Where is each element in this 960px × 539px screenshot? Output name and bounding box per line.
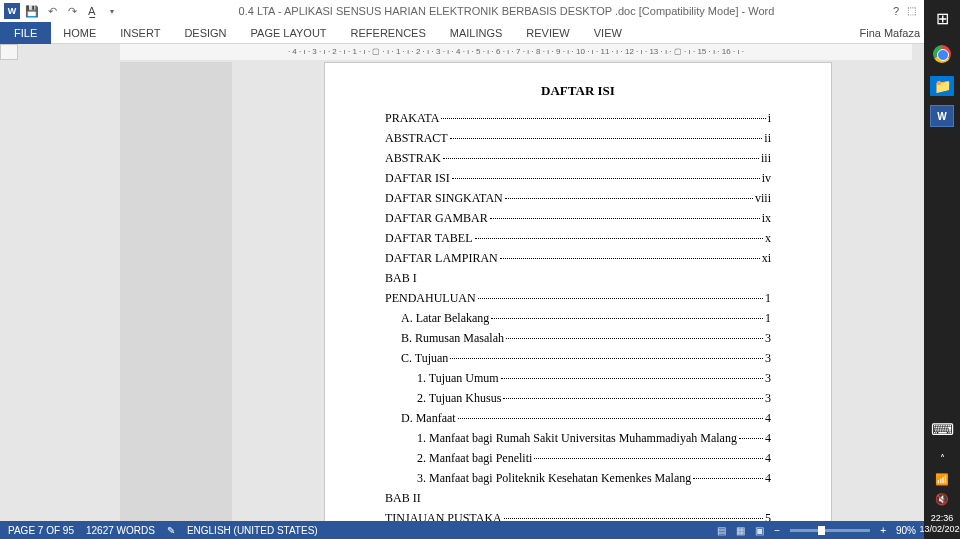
tab-design[interactable]: DESIGN <box>172 22 238 44</box>
keyboard-icon[interactable]: ⌨ <box>926 413 958 445</box>
toc-dots <box>491 309 763 319</box>
toc-line: 3. Manfaat bagi Politeknik Kesehatan Kem… <box>385 471 771 486</box>
toc-dots <box>504 509 763 519</box>
toc-dots <box>506 329 763 339</box>
toc-dots <box>490 209 760 219</box>
toc-page: 4 <box>765 451 771 466</box>
tab-references[interactable]: REFERENCES <box>339 22 438 44</box>
window-title: 0.4 LTA - APLIKASI SENSUS HARIAN ELEKTRO… <box>120 5 893 17</box>
toc-text: ABSTRACT <box>385 131 448 146</box>
toc-line: DAFTAR TABELx <box>385 231 771 246</box>
toc-line: DAFTAR GAMBARix <box>385 211 771 226</box>
toc-text: 1. Tujuan Umum <box>417 371 499 386</box>
toc-line: 2. Tujuan Khusus3 <box>385 391 771 406</box>
toc-page: 3 <box>765 391 771 406</box>
toc-page: 5 <box>765 511 771 521</box>
undo-icon[interactable]: ↶ <box>44 3 60 19</box>
table-of-contents: PRAKATAiABSTRACTiiABSTRAKiiiDAFTAR ISIiv… <box>385 111 771 521</box>
horizontal-ruler[interactable]: · 4 · ı · 3 · ı · 2 · ı · 1 · ı · ▢ · ı … <box>120 44 912 60</box>
tab-review[interactable]: REVIEW <box>514 22 581 44</box>
wifi-icon[interactable]: 📶 <box>926 471 958 487</box>
toc-line: ABSTRAKiii <box>385 151 771 166</box>
view-read-icon[interactable]: ▤ <box>717 525 726 536</box>
help-icon[interactable]: ? <box>893 5 899 18</box>
toc-page: x <box>765 231 771 246</box>
toc-text: 2. Tujuan Khusus <box>417 391 501 406</box>
taskbar: ⊞ 📁 W ⌨ ˄ 📶 🔇 22:36 13/02/2020 <box>924 0 960 539</box>
tab-home[interactable]: HOME <box>51 22 108 44</box>
explorer-icon[interactable]: 📁 <box>930 76 954 96</box>
view-web-icon[interactable]: ▣ <box>755 525 764 536</box>
toc-page: iv <box>762 171 771 186</box>
toc-dots <box>475 229 763 239</box>
zoom-level[interactable]: 90% <box>896 525 916 536</box>
status-page[interactable]: PAGE 7 OF 95 <box>8 525 74 536</box>
zoom-out-icon[interactable]: − <box>774 525 780 536</box>
toc-line: DAFTAR LAMPIRANxi <box>385 251 771 266</box>
tab-pagelayout[interactable]: PAGE LAYOUT <box>239 22 339 44</box>
toc-page: 3 <box>765 331 771 346</box>
font-icon[interactable]: A̲ <box>84 3 100 19</box>
toc-dots <box>478 289 763 299</box>
toc-dots <box>505 189 753 199</box>
toc-text: DAFTAR TABEL <box>385 231 473 246</box>
tab-mailings[interactable]: MAILINGS <box>438 22 515 44</box>
word-icon[interactable]: W <box>4 3 20 19</box>
redo-icon[interactable]: ↷ <box>64 3 80 19</box>
toc-line: C. Tujuan3 <box>385 351 771 366</box>
toc-line: DAFTAR ISIiv <box>385 171 771 186</box>
status-words[interactable]: 12627 WORDS <box>86 525 155 536</box>
status-bar: PAGE 7 OF 95 12627 WORDS ✎ ENGLISH (UNIT… <box>0 521 924 539</box>
proofing-icon[interactable]: ✎ <box>167 525 175 536</box>
toc-text: TINJAUAN PUSTAKA <box>385 511 502 521</box>
toc-dots <box>458 409 763 419</box>
toc-text: DAFTAR LAMPIRAN <box>385 251 498 266</box>
tab-insert[interactable]: INSERT <box>108 22 172 44</box>
tab-view[interactable]: VIEW <box>582 22 634 44</box>
toc-dots <box>441 109 765 119</box>
ruler-corner[interactable] <box>0 44 18 60</box>
toc-page: iii <box>761 151 771 166</box>
toc-dots <box>534 449 763 459</box>
toc-page: 1 <box>765 291 771 306</box>
word-taskbar-icon[interactable]: W <box>926 100 958 132</box>
toc-text: B. Rumusan Masalah <box>401 331 504 346</box>
chrome-taskbar-icon[interactable] <box>926 38 958 70</box>
toc-text: ABSTRAK <box>385 151 441 166</box>
view-print-icon[interactable]: ▦ <box>736 525 745 536</box>
toc-dots <box>503 389 763 399</box>
qat-dropdown-icon[interactable]: ▾ <box>104 3 120 19</box>
toc-line: DAFTAR SINGKATANviii <box>385 191 771 206</box>
tab-file[interactable]: FILE <box>0 22 51 44</box>
zoom-in-icon[interactable]: + <box>880 525 886 536</box>
toc-line: 1. Tujuan Umum3 <box>385 371 771 386</box>
toc-dots <box>450 349 763 359</box>
tray-clock[interactable]: 22:36 13/02/2020 <box>919 509 960 539</box>
toc-line: 2. Manfaat bagi Peneliti4 <box>385 451 771 466</box>
toc-line: BAB I <box>385 271 771 286</box>
title-bar: W 💾 ↶ ↷ A̲ ▾ 0.4 LTA - APLIKASI SENSUS H… <box>0 0 960 22</box>
toc-dots <box>450 129 763 139</box>
page-title: DAFTAR ISI <box>385 83 771 99</box>
zoom-slider[interactable] <box>790 529 870 532</box>
toc-page: 3 <box>765 351 771 366</box>
toc-dots <box>443 149 759 159</box>
show-hidden-icon[interactable]: ˄ <box>926 449 958 467</box>
volume-icon[interactable]: 🔇 <box>926 491 958 507</box>
toc-dots <box>501 369 763 379</box>
toc-line: BAB II <box>385 491 771 506</box>
toc-text: 3. Manfaat bagi Politeknik Kesehatan Kem… <box>417 471 691 486</box>
ribbon-display-icon[interactable]: ⬚ <box>907 5 916 18</box>
toc-text: 1. Manfaat bagi Rumah Sakit Universitas … <box>417 431 737 446</box>
tray-date: 13/02/2020 <box>919 524 960 535</box>
toc-text: C. Tujuan <box>401 351 448 366</box>
save-icon[interactable]: 💾 <box>24 3 40 19</box>
status-lang[interactable]: ENGLISH (UNITED STATES) <box>187 525 318 536</box>
toc-text: DAFTAR GAMBAR <box>385 211 488 226</box>
toc-page: 1 <box>765 311 771 326</box>
page-container[interactable]: DAFTAR ISI PRAKATAiABSTRACTiiABSTRAKiiiD… <box>0 62 924 521</box>
document-page[interactable]: DAFTAR ISI PRAKATAiABSTRACTiiABSTRAKiiiD… <box>324 62 832 521</box>
ribbon-tabs: FILE HOME INSERT DESIGN PAGE LAYOUT REFE… <box>0 22 960 44</box>
toc-page: xi <box>762 251 771 266</box>
start-icon[interactable]: ⊞ <box>926 2 958 34</box>
